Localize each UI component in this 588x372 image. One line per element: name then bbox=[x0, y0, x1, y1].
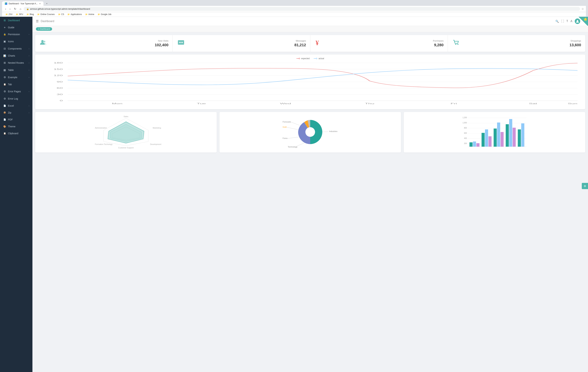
sidebar-item-example[interactable]: ⚙ Example › bbox=[0, 74, 32, 81]
zip-arrow: › bbox=[29, 112, 29, 114]
active-tab[interactable]: Dashboard - Vue Typescript A... ✕ bbox=[2, 1, 43, 6]
svg-text:Sun: Sun bbox=[568, 103, 578, 105]
fullscreen-icon[interactable]: ⛶ bbox=[561, 20, 564, 23]
sidebar-item-icons[interactable]: ▣ Icons bbox=[0, 38, 32, 45]
sidebar-label-pdf: PDF bbox=[8, 118, 29, 121]
sidebar-item-guide[interactable]: ✈ Guide bbox=[0, 24, 32, 31]
error-pages-icon: ⚙ bbox=[3, 90, 6, 93]
bookmark-anime[interactable]: 📁 Anime bbox=[84, 13, 95, 16]
legend-actual-label: actual bbox=[318, 57, 324, 60]
stat-card-messages: Messages 81,212 bbox=[173, 35, 310, 52]
bookmark-online-courses[interactable]: 📁 Online Courses bbox=[36, 13, 56, 16]
nested-routes-arrow: › bbox=[29, 62, 29, 64]
sidebar-label-error-log: Error Log bbox=[8, 97, 29, 100]
sidebar-item-components[interactable]: ⊟ Components › bbox=[0, 45, 32, 52]
sidebar-label-clipboard: Clipboard bbox=[8, 132, 29, 135]
bookmark-google-job[interactable]: 📁 Google Job bbox=[96, 13, 113, 16]
home-button[interactable]: ⌂ bbox=[19, 7, 22, 11]
sidebar-item-permission[interactable]: 🔒 Permission › bbox=[0, 31, 32, 38]
address-bar: ‹ › ↻ ⌂ 🔒 armour.github.io/vue-typescrip… bbox=[2, 6, 586, 12]
components-icon: ⊟ bbox=[3, 47, 6, 50]
charts-arrow: › bbox=[29, 55, 29, 57]
sidebar-label-components: Components bbox=[8, 47, 27, 50]
svg-line-53 bbox=[295, 142, 306, 147]
sidebar-item-theme[interactable]: 🎨 Theme bbox=[0, 123, 32, 130]
sidebar-label-excel: Excel bbox=[8, 104, 27, 107]
sidebar-item-charts[interactable]: 📊 Charts › bbox=[0, 52, 32, 59]
sidebar-item-tab[interactable]: 📋 Tab bbox=[0, 81, 32, 88]
translate-icon[interactable]: A bbox=[570, 20, 572, 23]
bookmark-blog[interactable]: 📁 Blog bbox=[25, 13, 35, 16]
chart-legend: expected actual bbox=[38, 57, 582, 60]
bookmarks-bar: 📁 ZJU 📁 SFU 📁 Blog 📁 Online Courses 📁 CS… bbox=[2, 12, 586, 17]
error-log-icon: ⚙ bbox=[3, 97, 6, 100]
search-icon[interactable]: 🔍 bbox=[555, 20, 559, 23]
legend-expected-label: expected bbox=[301, 57, 310, 60]
sidebar-label-icons: Icons bbox=[8, 40, 29, 43]
svg-rect-70 bbox=[470, 142, 472, 147]
svg-text:1,200: 1,200 bbox=[462, 117, 467, 118]
settings-fab[interactable]: ⚙ bbox=[582, 183, 588, 189]
bookmark-applications[interactable]: 📁 Applications bbox=[66, 13, 83, 16]
excel-icon: 📄 bbox=[3, 105, 6, 107]
svg-text:60: 60 bbox=[57, 87, 63, 89]
svg-text:Sales: Sales bbox=[124, 116, 128, 117]
table-icon: ▦ bbox=[3, 68, 6, 72]
sidebar-item-nested-routes[interactable]: ⊞ Nested Routes › bbox=[0, 59, 32, 66]
font-icon[interactable]: T bbox=[567, 20, 568, 23]
shoppings-value: 13,600 bbox=[463, 43, 581, 47]
radar-chart-card: Sales Marketing Development Customer Sup… bbox=[35, 112, 217, 152]
new-tab-button[interactable]: + bbox=[43, 1, 50, 6]
purchases-label: Purchases bbox=[326, 40, 444, 42]
charts-icon: 📊 bbox=[3, 54, 6, 57]
svg-text:400: 400 bbox=[464, 137, 467, 139]
svg-rect-76 bbox=[494, 128, 497, 147]
sidebar-item-error-log[interactable]: ⚙ Error Log bbox=[0, 95, 32, 102]
url-text: armour.github.io/vue-typescript-admin-te… bbox=[30, 8, 90, 10]
svg-text:Tue: Tue bbox=[197, 103, 206, 105]
sidebar-label-nested-routes: Nested Routes bbox=[8, 61, 27, 64]
menu-icon[interactable]: ☰ bbox=[36, 19, 39, 23]
svg-text:Technology: Technology bbox=[288, 146, 297, 148]
bookmark-sfu[interactable]: 📁 SFU bbox=[14, 13, 24, 16]
bottom-charts-row: Sales Marketing Development Customer Sup… bbox=[35, 112, 585, 152]
tab-close[interactable]: ✕ bbox=[39, 3, 41, 5]
svg-rect-80 bbox=[509, 119, 512, 147]
bookmark-star[interactable]: ☆ bbox=[581, 7, 584, 11]
bookmark-cs[interactable]: 📁 CS bbox=[57, 13, 65, 16]
svg-rect-78 bbox=[501, 132, 504, 147]
sidebar-item-excel[interactable]: 📄 Excel › bbox=[0, 102, 32, 109]
svg-text:600: 600 bbox=[464, 132, 467, 134]
url-bar[interactable]: 🔒 armour.github.io/vue-typescript-admin-… bbox=[24, 7, 580, 11]
svg-rect-82 bbox=[518, 129, 521, 147]
sidebar-item-zip[interactable]: 📦 Zip › bbox=[0, 109, 32, 116]
sidebar-label-table: Table bbox=[8, 69, 27, 71]
svg-point-11 bbox=[299, 58, 300, 59]
reload-button[interactable]: ↻ bbox=[13, 7, 17, 11]
svg-rect-72 bbox=[476, 143, 480, 147]
line-chart-section: expected actual 180 150 12 bbox=[35, 54, 585, 109]
svg-text:Customer Support: Customer Support bbox=[118, 147, 134, 149]
sidebar-item-clipboard[interactable]: 📋 Clipboard bbox=[0, 130, 32, 137]
svg-text:Marketing: Marketing bbox=[153, 127, 161, 129]
promo-corner: ⭐ bbox=[578, 17, 588, 26]
sidebar-item-table[interactable]: ▦ Table › bbox=[0, 66, 32, 74]
forward-button[interactable]: › bbox=[9, 7, 11, 11]
excel-arrow: › bbox=[29, 105, 29, 107]
header-left: ☰ Dashboard bbox=[36, 19, 54, 23]
browser-chrome: Dashboard - Vue Typescript A... ✕ + ‹ › … bbox=[0, 0, 588, 17]
line-chart-svg: 180 150 120 90 60 30 0 Mon Tue Wed Thu F… bbox=[38, 61, 582, 106]
sidebar-item-pdf[interactable]: 📄 PDF bbox=[0, 116, 32, 123]
bookmark-zju[interactable]: 📁 ZJU bbox=[4, 13, 14, 16]
sidebar-label-dashboard: Dashboard bbox=[8, 19, 29, 22]
permission-icon: 🔒 bbox=[3, 33, 6, 36]
sidebar-item-dashboard[interactable]: ⊞ Dashboard bbox=[0, 17, 32, 24]
new-visits-icon bbox=[39, 39, 48, 48]
svg-text:120: 120 bbox=[54, 74, 63, 76]
messages-info: Messages 81,212 bbox=[188, 40, 306, 47]
svg-text:Industries: Industries bbox=[329, 130, 337, 132]
new-visits-info: New Visits 102,400 bbox=[51, 40, 168, 47]
svg-text:Formation Techology: Formation Techology bbox=[95, 143, 113, 145]
sidebar-item-error-pages[interactable]: ⚙ Error Pages › bbox=[0, 88, 32, 95]
back-button[interactable]: ‹ bbox=[4, 7, 7, 11]
